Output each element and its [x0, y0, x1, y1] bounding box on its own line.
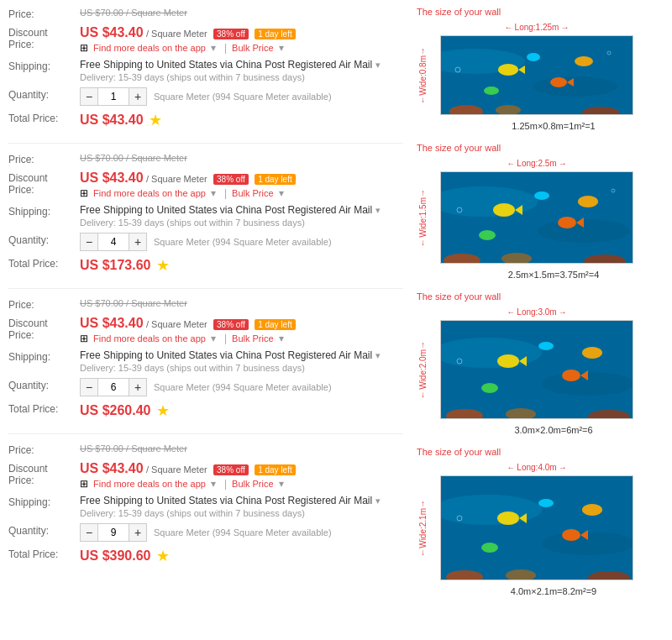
svg-point-41 [582, 347, 602, 359]
svg-point-8 [550, 77, 567, 87]
total-row-4: Total Price: US $390.60 ★ [8, 547, 403, 565]
svg-point-12 [527, 53, 540, 61]
h-arrow-r-4: → [559, 463, 567, 472]
star-icon-3: ★ [156, 401, 170, 420]
bulk-link-4[interactable]: Bulk Price [232, 479, 274, 489]
svg-point-26 [578, 196, 598, 207]
v-arrow-t-4: ↑ [421, 499, 425, 508]
shipping-row-4: Shipping: Free Shipping to United States… [8, 495, 403, 518]
qty-input-4[interactable] [98, 523, 129, 542]
qty-row-1: Quantity: − + Square Meter (994 Square M… [8, 87, 403, 106]
wall-image-2 [440, 171, 633, 264]
deals-link-2[interactable]: Find more deals on the app [93, 188, 206, 198]
qty-row-3: Quantity: − + Square Meter (994 Square M… [8, 378, 403, 396]
wall-formula-3: 3.0m×2.0m=6m²=6 [440, 425, 667, 435]
discount-label: DiscountPrice: [8, 25, 80, 50]
bulk-link-2[interactable]: Bulk Price [232, 188, 274, 198]
v-arrow-b-3: ↓ [421, 390, 425, 399]
wall-image-4 [440, 475, 633, 580]
discount-price-3: US $43.40 [80, 316, 144, 330]
total-label-4: Total Price: [8, 547, 80, 560]
svg-rect-15 [441, 172, 633, 264]
price-original-3: US $70.00 / Square Meter [80, 297, 403, 309]
qty-input-1[interactable] [98, 87, 129, 106]
deals-link-1[interactable]: Find more deals on the app [93, 43, 206, 53]
price-row-2: Price: US $70.00 / Square Meter [8, 152, 403, 165]
wall-title-3: The size of your wall [417, 291, 667, 302]
total-price-2: US $173.60 [80, 258, 151, 273]
qty-plus-4[interactable]: + [129, 523, 147, 542]
ocean-svg-4 [441, 476, 633, 580]
total-row-2: Total Price: US $173.60 ★ [8, 256, 403, 275]
qty-minus-3[interactable]: − [80, 378, 98, 396]
qty-minus-1[interactable]: − [80, 87, 98, 106]
deals-row-1: ⊞ Find more deals on the app ▾ | Bulk Pr… [80, 42, 403, 54]
svg-point-21 [493, 203, 515, 217]
svg-point-52 [562, 529, 580, 541]
discount-row-4: DiscountPrice: US $43.40 / Square Meter … [8, 461, 403, 490]
ocean-svg-1 [441, 36, 633, 115]
svg-point-56 [538, 499, 554, 507]
deals-icon-3: ⊞ [80, 333, 88, 344]
v-arrow-b-4: ↓ [421, 548, 425, 557]
off-badge-2: 38% off [213, 174, 249, 185]
wall-long-1: Long:1.25m [515, 23, 559, 32]
qty-plus-3[interactable]: + [129, 378, 147, 396]
svg-point-54 [481, 543, 498, 553]
wall-wide-4: Wide:2.1m [418, 508, 428, 548]
qty-minus-4[interactable]: − [80, 523, 98, 542]
qty-input-2[interactable] [98, 233, 129, 251]
delivery-text-2: Delivery: 15-39 days (ships out within 7… [80, 218, 403, 228]
bulk-link-1[interactable]: Bulk Price [232, 43, 274, 53]
qty-avail-2: Square Meter (994 Square Meter available… [154, 237, 332, 247]
svg-rect-44 [441, 476, 633, 580]
star-icon-4: ★ [156, 547, 170, 565]
qty-plus-1[interactable]: + [129, 87, 147, 106]
qty-plus-2[interactable]: + [129, 233, 147, 251]
total-price-4: US $390.60 [80, 548, 151, 564]
shipping-text-2: Free Shipping to United States via China… [80, 204, 372, 216]
price-row-4: Price: US $70.00 / Square Meter [8, 443, 403, 456]
svg-point-11 [575, 56, 593, 66]
shipping-label-4: Shipping: [8, 495, 80, 508]
deals-link-4[interactable]: Find more deals on the app [93, 479, 206, 489]
qty-avail-1: Square Meter (994 Square Meter available… [154, 92, 332, 102]
qty-control-4: − + [80, 523, 147, 542]
wall-image-1 [440, 35, 633, 115]
delivery-text-4: Delivery: 15-39 days (ships out within 7… [80, 508, 403, 518]
time-badge-1: 1 day left [255, 29, 296, 39]
total-label-2: Total Price: [8, 256, 80, 270]
time-badge-4: 1 day left [255, 464, 296, 475]
price-original-1: US $70.00 / Square Meter [80, 7, 403, 18]
product-block-1: Price: US $70.00 / Square Meter Discount… [8, 7, 403, 144]
wall-wide-3: Wide:2.0m [418, 349, 428, 390]
discount-label-4: DiscountPrice: [8, 461, 80, 486]
price-label-2: Price: [8, 152, 80, 165]
price-row-3: Price: US $70.00 / Square Meter [8, 297, 403, 311]
discount-price-1: US $43.40 [80, 25, 144, 39]
total-label-3: Total Price: [8, 401, 80, 415]
wall-title-1: The size of your wall [417, 7, 667, 17]
shipping-label-2: Shipping: [8, 204, 80, 218]
deals-row-3: ⊞ Find more deals on the app ▾ | Bulk Pr… [80, 333, 403, 344]
wall-long-2: Long:2.5m [517, 159, 556, 168]
off-badge-3: 38% off [213, 319, 249, 330]
h-arrow-r-3: → [559, 307, 567, 317]
shipping-row-2: Shipping: Free Shipping to United States… [8, 204, 403, 228]
wall-title-2: The size of your wall [417, 143, 667, 153]
wall-formula-4: 4.0m×2.1m=8.2m²=9 [440, 586, 667, 596]
star-icon-2: ★ [156, 256, 170, 275]
qty-control-1: − + [80, 87, 147, 106]
deals-icon-2: ⊞ [80, 187, 88, 199]
off-badge-1: 38% off [213, 29, 249, 39]
discount-row-1: DiscountPrice: US $43.40 / Square Meter … [8, 25, 403, 54]
deals-link-3[interactable]: Find more deals on the app [93, 333, 206, 344]
wall-title-4: The size of your wall [417, 447, 667, 457]
qty-label-3: Quantity: [8, 378, 80, 391]
price-label: Price: [8, 7, 80, 20]
total-price-1: US $43.40 [80, 113, 144, 128]
bulk-link-3[interactable]: Bulk Price [232, 333, 274, 344]
qty-minus-2[interactable]: − [80, 233, 98, 251]
qty-input-3[interactable] [98, 378, 129, 396]
discount-label-3: DiscountPrice: [8, 316, 80, 341]
